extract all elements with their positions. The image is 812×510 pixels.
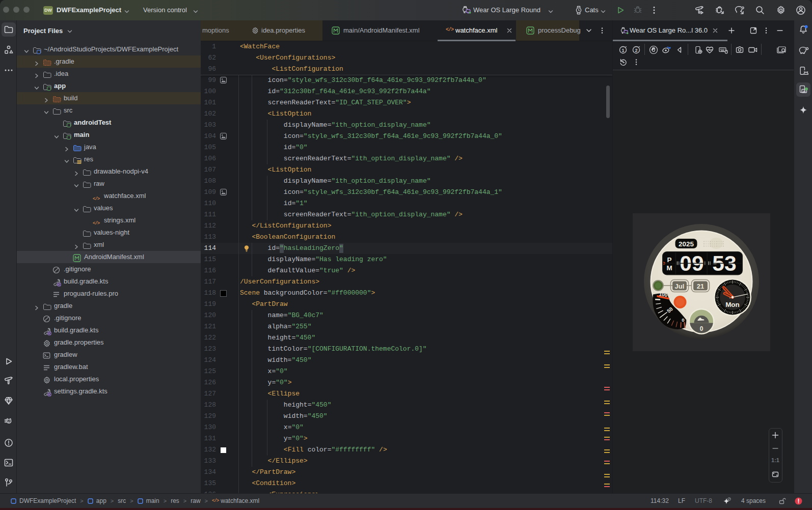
- svg-text:21: 21: [697, 282, 704, 290]
- svg-text:2025: 2025: [679, 240, 694, 248]
- svg-text:M: M: [666, 264, 672, 272]
- svg-text:Jul: Jul: [675, 282, 685, 290]
- svg-text:1: 1: [621, 48, 624, 53]
- svg-text:0: 0: [682, 317, 684, 323]
- svg-text:Mon: Mon: [725, 301, 740, 308]
- svg-text:P: P: [667, 256, 671, 264]
- svg-text:0: 0: [700, 325, 703, 332]
- svg-text:2: 2: [635, 48, 637, 53]
